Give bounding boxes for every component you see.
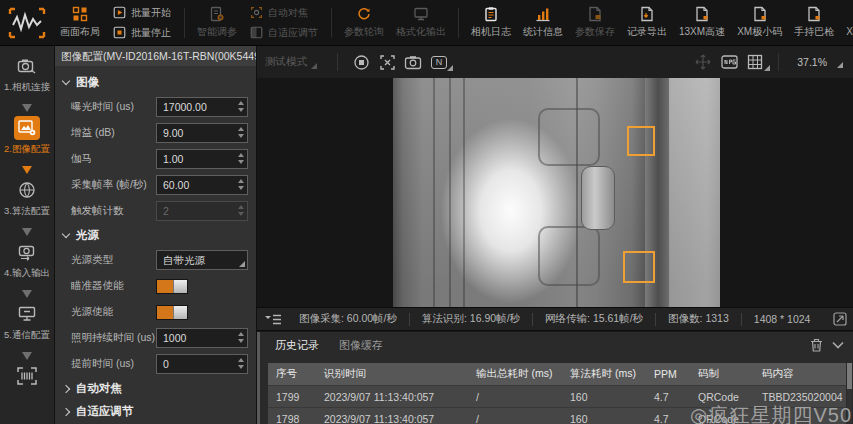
image-groove — [433, 78, 435, 307]
param-polling-button[interactable]: 参数轮询 — [338, 1, 390, 45]
aimer-enable-toggle[interactable] — [156, 279, 188, 294]
spinner-icon[interactable] — [238, 153, 244, 164]
batch-stop-label: 批量停止 — [131, 26, 171, 40]
fit-view-icon[interactable] — [833, 312, 847, 326]
preset-x00-performance-button[interactable]: X00高性能 — [840, 1, 853, 45]
auto-focus-icon — [250, 6, 263, 19]
snapshot-button[interactable] — [400, 50, 426, 74]
scrollbar-thumb[interactable] — [847, 363, 852, 389]
section-auto-focus[interactable]: 自动对焦 — [55, 377, 256, 400]
statistics-button[interactable]: 统计信息 — [517, 1, 569, 45]
roi-box[interactable] — [627, 126, 655, 156]
smart-tune-button[interactable]: 智能调参 — [191, 1, 243, 45]
preset-xm-small-code-button[interactable]: XM极小码 — [731, 1, 788, 45]
param-save-button[interactable]: 参数保存 — [569, 1, 621, 45]
adaptive-adjust-button[interactable]: 自适应调节 — [250, 26, 318, 40]
section-light[interactable]: 光源 — [55, 224, 256, 247]
record-button[interactable] — [348, 50, 374, 74]
dropdown-caret-icon — [239, 261, 245, 267]
test-mode-dropdown[interactable]: 测试模式 — [265, 55, 327, 69]
tab-image-cache[interactable]: 图像缓存 — [329, 338, 393, 353]
preset-13xm-button[interactable]: 13XM高速 — [673, 1, 731, 45]
light-type-select[interactable]: 自带光源 — [156, 250, 248, 270]
batch-start-icon — [113, 6, 126, 19]
param-row-aimer-enable: 瞄准器使能 — [55, 273, 256, 299]
record-export-button[interactable]: 记录导出 — [621, 1, 673, 45]
image-format-button[interactable] — [716, 50, 742, 74]
preset-handheld-button[interactable]: 手持巴枪 — [788, 1, 840, 45]
spinner-icon[interactable] — [238, 332, 244, 343]
param-row-trigger-count: 触发帧计数 2 — [55, 198, 256, 224]
section-image[interactable]: 图像 — [55, 71, 256, 94]
spinner-icon[interactable] — [238, 127, 244, 138]
chevron-down-icon — [832, 341, 844, 349]
roi-box[interactable] — [623, 251, 655, 283]
cell-ppm: 4.7 — [646, 391, 690, 403]
image-viewport[interactable] — [257, 78, 853, 307]
format-output-button[interactable]: 格式化输出 — [390, 1, 452, 45]
exposure-value: 17000.00 — [163, 101, 207, 113]
spinner-icon[interactable] — [238, 101, 244, 112]
spinner-icon[interactable] — [238, 179, 244, 190]
sidebar-item-label: 1.相机连接 — [4, 81, 50, 94]
app-window: 画面布局 批量开始 批量停止 — [0, 0, 853, 424]
pan-tool-button — [690, 50, 716, 74]
smart-tune-label: 智能调参 — [197, 25, 237, 39]
cell-code-type: QRCode — [690, 391, 754, 403]
layout-button-label: 画面布局 — [60, 25, 100, 39]
section-adaptive-label: 自适应调节 — [76, 404, 134, 419]
auto-focus-button[interactable]: 自动对焦 — [250, 6, 318, 20]
cell-index: 1799 — [268, 391, 316, 403]
sidebar-item-image-config[interactable]: 2.图像配置 — [4, 116, 50, 162]
step-arrow-icon — [20, 100, 34, 116]
light-toggle-wrap — [156, 305, 248, 320]
panel-left-strip — [257, 332, 260, 424]
crosshair-tool-button[interactable] — [374, 50, 400, 74]
step-sidebar: 1.相机连接 2.图像配置 3.算法配置 4.输入输出 — [0, 46, 55, 424]
status-menu-button[interactable] — [257, 314, 287, 325]
batch-start-button[interactable]: 批量开始 — [113, 6, 171, 20]
light-duration-input[interactable]: 1000 — [156, 328, 248, 348]
exposure-input[interactable]: 17000.00 — [156, 97, 248, 117]
layout-button[interactable]: 画面布局 — [54, 1, 106, 45]
sidebar-item-input-output[interactable]: 4.输入输出 — [4, 240, 50, 286]
collapse-panel-button[interactable] — [827, 335, 849, 355]
zoom-dropdown-button[interactable] — [831, 50, 845, 74]
sidebar-item-camera-connect[interactable]: 1.相机连接 — [4, 54, 50, 100]
clear-history-button[interactable] — [805, 335, 827, 355]
grid-view-button[interactable] — [742, 50, 768, 74]
batch-stop-button[interactable]: 批量停止 — [113, 26, 171, 40]
advance-time-input[interactable]: 0 — [156, 354, 248, 374]
gamma-input[interactable]: 1.00 — [156, 149, 248, 169]
gain-input[interactable]: 9.00 — [156, 123, 248, 143]
col-ppm: PPM — [646, 368, 690, 380]
advance-time-value: 0 — [163, 358, 169, 370]
light-duration-value: 1000 — [163, 332, 186, 344]
preset-xm-small-code-label: XM极小码 — [737, 25, 782, 39]
sidebar-item-communication-config[interactable]: 5.通信配置 — [4, 302, 50, 348]
status-right-tools — [833, 312, 853, 326]
toolbar-separator — [184, 8, 185, 38]
sidebar-item-code-debug[interactable] — [14, 364, 40, 410]
main-toolbar: 画面布局 批量开始 批量停止 — [0, 0, 853, 46]
toggle-on-segment — [157, 280, 173, 293]
preset-doc-icon — [694, 6, 710, 22]
viewer-area: 测试模式 N — [257, 46, 853, 424]
section-adaptive[interactable]: 自适应调节 — [55, 400, 256, 423]
trash-icon — [810, 338, 823, 352]
tab-history[interactable]: 历史记录 — [265, 338, 329, 353]
image-config-panel: 图像配置(MV-ID2016M-16T-RBN(00K544921 图像 曝光时… — [55, 46, 257, 424]
light-enable-toggle[interactable] — [156, 305, 188, 320]
frame-rate-label: 采集帧率 (帧/秒) — [71, 178, 156, 192]
col-code-content: 码内容 — [754, 367, 846, 381]
trigger-count-input: 2 — [156, 201, 248, 221]
mvs-logo-icon — [8, 7, 46, 39]
section-image-label: 图像 — [76, 75, 99, 90]
camera-log-button[interactable]: 相机日志 — [465, 1, 517, 45]
frame-rate-input[interactable]: 60.00 — [156, 175, 248, 195]
image-n-mode-button[interactable]: N — [426, 50, 452, 74]
sidebar-item-algorithm-config[interactable]: 3.算法配置 — [4, 178, 50, 224]
spinner-icon[interactable] — [238, 358, 244, 369]
toggle-knob — [173, 280, 187, 293]
image-groove — [463, 78, 465, 307]
